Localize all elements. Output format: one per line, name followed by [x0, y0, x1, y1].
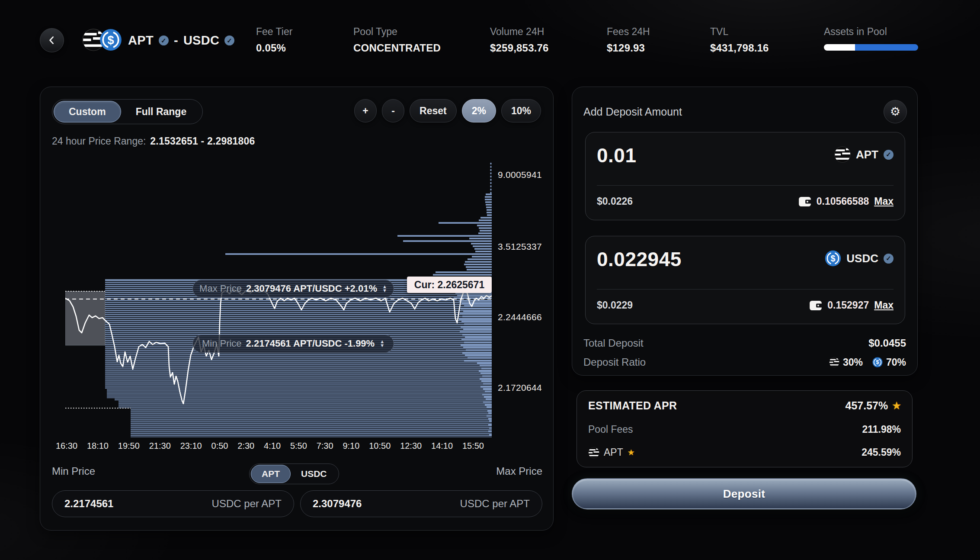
liquidity-bar [479, 370, 492, 372]
liquidity-bar [464, 323, 492, 325]
deposit-panel-title: Add Deposit Amount [583, 106, 682, 118]
liquidity-bar [480, 378, 492, 380]
usdc-max-button[interactable]: Max [874, 299, 894, 311]
denom-apt[interactable]: APT [251, 465, 291, 483]
liquidity-bar [486, 204, 492, 206]
card-divider [597, 289, 894, 290]
total-deposit-value: $0.0455 [868, 337, 906, 349]
tab-custom[interactable]: Custom [54, 101, 121, 122]
liquidity-bar [486, 193, 492, 195]
liquidity-bar [436, 271, 492, 273]
svg-text:$: $ [876, 359, 879, 365]
verified-badge-icon: ✓ [224, 35, 234, 45]
settings-button[interactable]: ⚙ [884, 100, 907, 123]
zoom-in-button[interactable]: + [354, 99, 377, 122]
stat-fees-24h: Fees 24H $129.93 [607, 26, 650, 54]
pair-title: APT ✓ - USDC ✓ [128, 33, 234, 48]
liquidity-bar [485, 391, 492, 393]
x-axis-tick: 0:50 [211, 441, 228, 451]
range-2pct-button[interactable]: 2% [462, 99, 496, 122]
stat-label: Fees 24H [607, 26, 650, 38]
24h-price-range-label: 24 hour Price Range: [52, 135, 146, 147]
usdc-coin-icon: $ [99, 29, 122, 51]
deposit-button[interactable]: Deposit [572, 478, 916, 509]
x-axis-tick: 14:10 [431, 441, 453, 451]
usdc-wallet-balance: 0.152927 [827, 299, 869, 311]
token-name: APT [856, 148, 878, 161]
liquidity-bar [483, 383, 492, 385]
min-price-input-value: 2.2174561 [64, 498, 113, 510]
liquidity-bar [487, 410, 492, 412]
stat-value: $259,853.76 [490, 42, 549, 54]
gear-icon: ⚙ [890, 105, 900, 119]
star-icon: ★ [628, 447, 635, 457]
stat-value: $431,798.16 [710, 42, 769, 54]
wallet-icon [798, 196, 811, 207]
stat-label: Assets in Pool [824, 26, 918, 38]
stat-pool-type: Pool Type CONCENTRATED [353, 26, 441, 54]
liquidity-bar [489, 420, 492, 422]
apt-max-button[interactable]: Max [874, 196, 894, 207]
ratio-usdc: $ 70% [872, 357, 906, 368]
denom-usdc[interactable]: USDC [291, 465, 337, 483]
liquidity-bar [488, 431, 492, 432]
liquidity-bar [480, 365, 492, 367]
pair-icons: $ [82, 29, 122, 51]
range-10pct-button[interactable]: 10% [501, 99, 541, 122]
back-button[interactable] [40, 28, 64, 52]
minmax-label-row: Min Price Max Price APT USDC [52, 465, 542, 477]
liquidity-bar [464, 264, 492, 265]
estimated-apr-label: ESTIMATED APR [588, 399, 677, 412]
assets-bar-token1-segment [855, 44, 918, 51]
x-axis-tick: 21:30 [149, 441, 171, 451]
min-price-input[interactable]: 2.2174561 USDC per APT [52, 490, 294, 517]
y-axis-tick: 9.0005941 [498, 170, 542, 180]
min-price-handle[interactable]: Min Price 2.2174561 APT/USDC -1.99% ▲▼ [192, 335, 394, 353]
apt-rewards-label: APT [604, 447, 623, 458]
liquidity-bar [488, 412, 492, 414]
usdc-usd-value: $0.0229 [597, 299, 633, 311]
liquidity-bar [468, 258, 492, 260]
x-axis-tick: 2:30 [237, 441, 254, 451]
usdc-amount-input[interactable]: 0.022945 [597, 248, 682, 271]
max-price-input[interactable]: 2.3079476 USDC per APT [300, 490, 542, 517]
liquidity-bar [461, 303, 492, 304]
liquidity-bar [462, 352, 492, 354]
liquidity-bar [477, 225, 492, 226]
reset-button[interactable]: Reset [410, 99, 457, 122]
liquidity-bar [464, 341, 492, 343]
apt-token-chip[interactable]: APT ✓ [834, 146, 894, 163]
x-axis: 16:3018:1019:5021:3023:100:502:304:105:5… [56, 441, 484, 451]
apt-coin-icon [834, 146, 851, 163]
max-price-handle[interactable]: Max Price 2.3079476 APT/USDC +2.01% ▲▼ [192, 280, 394, 298]
drag-stepper-icon[interactable]: ▲▼ [382, 285, 387, 293]
stat-volume-24h: Volume 24H $259,853.76 [490, 26, 549, 54]
liquidity-bar [485, 199, 492, 200]
apt-coin-icon [588, 447, 599, 458]
liquidity-bar [467, 269, 492, 270]
liquidity-bar [472, 256, 492, 257]
pool-fees-label: Pool Fees [588, 424, 633, 435]
svg-text:$: $ [831, 254, 836, 263]
total-deposit-row: Total Deposit $0.0455 [583, 337, 906, 349]
liquidity-bar [486, 399, 492, 400]
stat-assets-in-pool: Assets in Pool [824, 26, 918, 51]
stat-label: Pool Type [353, 26, 441, 38]
liquidity-bar [482, 393, 492, 395]
usdc-token-chip[interactable]: $ USDC ✓ [825, 250, 894, 267]
drag-stepper-icon[interactable]: ▲▼ [380, 340, 384, 348]
apt-rewards-value: 245.59% [862, 447, 901, 458]
liquidity-bar [471, 243, 492, 245]
liquidity-bar [439, 222, 492, 224]
ratio-apt-pct: 30% [843, 357, 863, 368]
verified-badge-icon: ✓ [159, 35, 169, 45]
tab-full-range[interactable]: Full Range [121, 101, 202, 122]
zoom-out-button[interactable]: - [382, 99, 404, 122]
liquidity-chart[interactable]: Max Price 2.3079476 APT/USDC +2.01% ▲▼ M… [65, 161, 492, 438]
liquidity-bar [485, 404, 492, 406]
liquidity-bar [482, 375, 492, 377]
24h-price-range: 24 hour Price Range:2.1532651 - 2.298180… [52, 135, 255, 147]
deposit-ratio-label: Deposit Ratio [583, 356, 646, 368]
apt-amount-input[interactable]: 0.01 [597, 144, 637, 167]
assets-bar-token0-segment [824, 44, 855, 51]
